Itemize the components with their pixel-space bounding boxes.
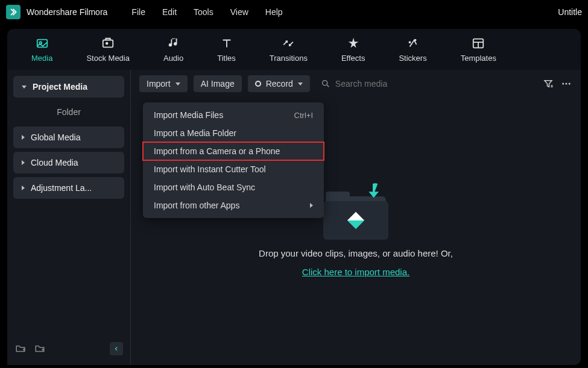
stock-media-icon	[101, 37, 115, 50]
sidebar-item-adjustment-layer[interactable]: Adjustment La...	[13, 177, 124, 199]
tab-titles[interactable]: Titles	[217, 37, 236, 63]
svg-point-5	[409, 42, 410, 43]
audio-icon	[167, 37, 180, 50]
stickers-icon	[406, 37, 420, 50]
content-toolbar: Import AI Image Record	[131, 70, 581, 98]
sidebar-item-label: Cloud Media	[31, 158, 78, 167]
chevron-right-icon	[22, 160, 25, 165]
category-tabs: Media Stock Media Audio Titles Transitio…	[7, 29, 581, 70]
chevron-right-icon	[22, 135, 25, 140]
chevron-down-icon	[22, 86, 27, 89]
import-menu-item-4[interactable]: Import with Auto Beat Sync	[143, 178, 324, 196]
titles-icon	[220, 37, 233, 50]
title-bar: Wondershare Filmora File Edit Tools View…	[0, 0, 588, 24]
svg-point-7	[323, 81, 327, 86]
menu-item-label: Import Media Files	[154, 110, 223, 120]
ai-image-button[interactable]: AI Image	[194, 75, 242, 92]
sidebar: Project Media Folder Global Media Cloud …	[7, 70, 131, 365]
sidebar-item-global-media[interactable]: Global Media	[13, 126, 124, 148]
effects-icon	[347, 37, 360, 50]
menu-file[interactable]: File	[131, 7, 145, 17]
import-dropdown-menu: Import Media FilesCtrl+IImport a Media F…	[143, 102, 324, 218]
tab-stock-media[interactable]: Stock Media	[86, 37, 130, 63]
import-menu-item-0[interactable]: Import Media FilesCtrl+I	[143, 106, 324, 124]
record-icon	[255, 81, 261, 87]
sidebar-item-label: Project Media	[33, 82, 87, 92]
chevron-right-icon	[22, 186, 25, 190]
record-button[interactable]: Record	[248, 75, 310, 92]
media-icon	[36, 37, 49, 50]
import-menu-item-3[interactable]: Import with Instant Cutter Tool	[143, 160, 324, 178]
transitions-icon	[282, 37, 295, 50]
document-title: Untitle	[558, 7, 582, 17]
new-folder-icon[interactable]	[14, 343, 27, 355]
tab-templates[interactable]: Templates	[461, 37, 496, 63]
tab-stickers[interactable]: Stickers	[399, 37, 426, 63]
menu-item-label: Import a Media Folder	[154, 128, 236, 138]
svg-point-3	[106, 42, 108, 44]
chevron-right-icon	[310, 203, 313, 208]
import-button[interactable]: Import	[139, 75, 188, 92]
menu-item-shortcut: Ctrl+I	[294, 111, 313, 120]
folder-illustration	[320, 186, 392, 240]
menu-help[interactable]: Help	[265, 7, 283, 17]
search-input[interactable]	[335, 79, 456, 89]
import-menu-item-1[interactable]: Import a Media Folder	[143, 124, 324, 142]
menu-item-label: Import from a Camera or a Phone	[154, 146, 280, 156]
collapse-sidebar-button[interactable]	[110, 342, 123, 355]
svg-point-9	[566, 83, 567, 85]
tab-effects[interactable]: Effects	[341, 37, 365, 63]
tab-transitions[interactable]: Transitions	[270, 37, 308, 63]
more-options-icon[interactable]	[560, 78, 572, 90]
menu-bar: File Edit Tools View Help	[131, 7, 282, 17]
filmora-diamond-icon	[347, 212, 364, 229]
svg-point-8	[562, 83, 564, 85]
app-title: Wondershare Filmora	[27, 7, 107, 17]
import-media-link[interactable]: Click here to import media.	[302, 267, 409, 277]
import-menu-item-2[interactable]: Import from a Camera or a Phone	[143, 142, 324, 160]
search-box[interactable]	[316, 79, 536, 89]
sidebar-folder-label: Folder	[13, 101, 124, 123]
drop-instruction-text: Drop your video clips, images, or audio …	[259, 248, 453, 258]
sidebar-item-label: Global Media	[31, 133, 81, 142]
menu-item-label: Import with Instant Cutter Tool	[154, 164, 266, 174]
sidebar-item-label: Adjustment La...	[31, 183, 92, 193]
sidebar-footer	[13, 338, 124, 359]
sidebar-item-cloud-media[interactable]: Cloud Media	[13, 152, 124, 173]
chevron-down-icon	[175, 83, 180, 86]
tab-media[interactable]: Media	[31, 37, 52, 63]
menu-tools[interactable]: Tools	[194, 7, 213, 17]
filter-icon[interactable]	[542, 78, 554, 90]
menu-item-label: Import with Auto Beat Sync	[154, 182, 255, 192]
app-logo	[6, 5, 21, 19]
delete-folder-icon[interactable]	[34, 343, 46, 355]
chevron-down-icon	[298, 83, 303, 86]
menu-view[interactable]: View	[230, 7, 248, 17]
svg-point-4	[414, 39, 416, 40]
templates-icon	[472, 37, 485, 50]
menu-item-label: Import from other Apps	[154, 201, 239, 210]
sidebar-item-project-media[interactable]: Project Media	[13, 76, 124, 98]
search-icon	[321, 79, 330, 89]
menu-edit[interactable]: Edit	[162, 7, 177, 17]
import-menu-item-5[interactable]: Import from other Apps	[143, 196, 324, 214]
svg-point-10	[569, 83, 571, 85]
tab-audio[interactable]: Audio	[163, 37, 183, 63]
